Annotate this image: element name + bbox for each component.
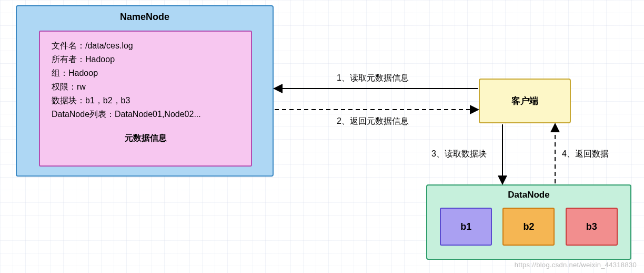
datanode-blocks: b1 b2 b3 bbox=[427, 208, 630, 246]
label-arrow4: 4、返回数据 bbox=[562, 149, 609, 160]
client-box: 客户端 bbox=[479, 79, 571, 123]
namenode-box: NameNode 文件名：/data/ces.log 所有者：Hadoop 组：… bbox=[16, 5, 274, 177]
label-arrow2: 2、返回元数据信息 bbox=[337, 116, 409, 127]
namenode-title: NameNode bbox=[17, 12, 273, 23]
datanode-box: DataNode b1 b2 b3 bbox=[426, 184, 631, 260]
diagram-canvas: NameNode 文件名：/data/ces.log 所有者：Hadoop 组：… bbox=[0, 0, 644, 273]
meta-group: 组：Hadoop bbox=[52, 66, 239, 80]
label-arrow3: 3、读取数据块 bbox=[431, 149, 487, 160]
block-b1: b1 bbox=[440, 208, 492, 246]
block-b3: b3 bbox=[566, 208, 618, 246]
label-arrow1: 1、读取元数据信息 bbox=[337, 73, 409, 84]
block-b2: b2 bbox=[502, 208, 555, 246]
meta-blocks: 数据块：b1，b2，b3 bbox=[52, 94, 239, 108]
watermark: https://blog.csdn.net/weixin_44318830 bbox=[515, 261, 637, 269]
meta-perm: 权限：rw bbox=[52, 80, 239, 94]
meta-filename: 文件名：/data/ces.log bbox=[52, 39, 239, 53]
client-label: 客户端 bbox=[511, 95, 538, 107]
meta-footer: 元数据信息 bbox=[52, 133, 239, 144]
metadata-box: 文件名：/data/ces.log 所有者：Hadoop 组：Hadoop 权限… bbox=[39, 31, 252, 167]
datanode-title: DataNode bbox=[427, 190, 630, 200]
meta-owner: 所有者：Hadoop bbox=[52, 53, 239, 66]
meta-dnlist: DataNode列表：DataNode01,Node02... bbox=[52, 108, 239, 121]
